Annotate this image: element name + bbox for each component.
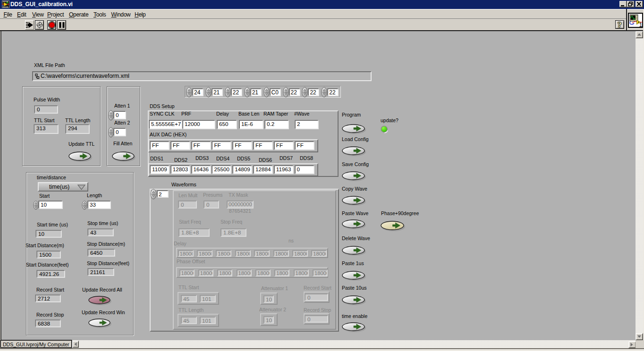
svg-text:1: 1 bbox=[639, 22, 643, 28]
